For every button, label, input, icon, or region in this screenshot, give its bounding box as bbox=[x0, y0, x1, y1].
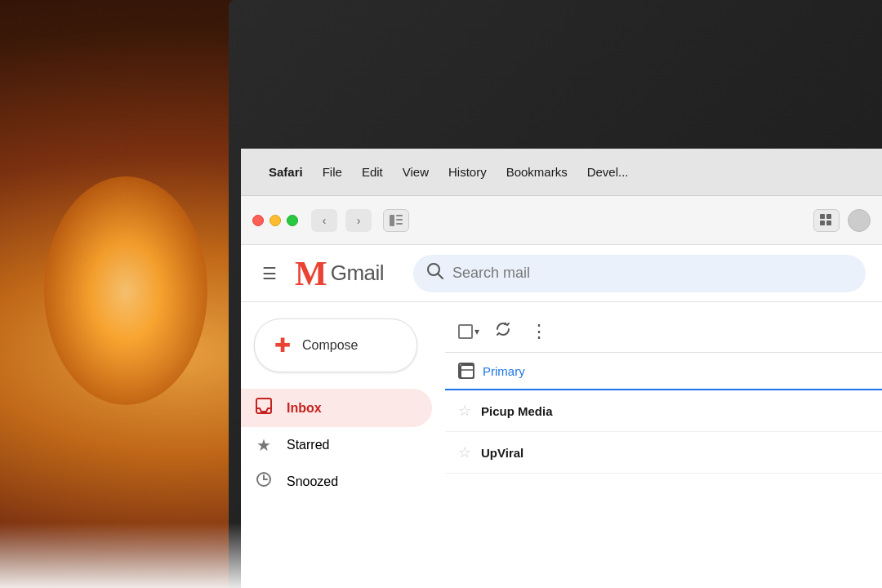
primary-tab-label: Primary bbox=[483, 364, 525, 378]
table-row[interactable]: ☆ UpViral bbox=[445, 432, 882, 474]
star-icon[interactable]: ☆ bbox=[458, 443, 471, 461]
menubar-file[interactable]: File bbox=[314, 162, 350, 182]
snoozed-icon bbox=[254, 471, 274, 492]
svg-rect-1 bbox=[396, 215, 403, 216]
close-button[interactable] bbox=[252, 215, 264, 226]
profile-avatar[interactable] bbox=[848, 209, 871, 232]
menubar-edit[interactable]: Edit bbox=[354, 162, 391, 182]
browser-actions bbox=[813, 209, 871, 232]
gmail-wordmark: Gmail bbox=[331, 261, 384, 286]
gmail-sidebar: ✚ Compose Inbox ★ Starred Snoozed bbox=[241, 302, 445, 588]
gmail-main: ▾ ⋮ Primary ☆ Picup Media ☆ UpViral bbox=[445, 302, 882, 588]
checkbox-icon[interactable] bbox=[458, 324, 473, 339]
email-sender: UpViral bbox=[481, 446, 579, 460]
svg-rect-5 bbox=[826, 214, 831, 219]
search-icon bbox=[426, 262, 444, 284]
forward-arrow-icon: › bbox=[357, 214, 361, 227]
svg-rect-2 bbox=[396, 219, 403, 220]
primary-tab[interactable]: Primary bbox=[445, 353, 882, 390]
starred-icon: ★ bbox=[254, 435, 274, 455]
primary-tab-icon bbox=[458, 363, 474, 379]
search-bar[interactable]: Search mail bbox=[413, 255, 866, 292]
svg-rect-12 bbox=[461, 365, 474, 378]
compose-button[interactable]: ✚ Compose bbox=[254, 318, 417, 372]
snoozed-label: Snoozed bbox=[287, 474, 338, 489]
hamburger-menu-button[interactable]: ☰ bbox=[257, 259, 282, 288]
menubar-develop[interactable]: Devel... bbox=[579, 162, 637, 182]
svg-rect-3 bbox=[396, 223, 403, 225]
back-button[interactable]: ‹ bbox=[311, 209, 337, 232]
minimize-button[interactable] bbox=[270, 215, 281, 226]
inbox-icon bbox=[254, 397, 274, 419]
menubar-bookmarks[interactable]: Bookmarks bbox=[498, 162, 576, 182]
svg-line-9 bbox=[438, 274, 443, 278]
email-toolbar: ▾ ⋮ bbox=[445, 310, 882, 353]
sidebar-item-snoozed[interactable]: Snoozed bbox=[241, 463, 432, 500]
sidebar-toggle-button[interactable] bbox=[383, 209, 409, 232]
menubar-view[interactable]: View bbox=[394, 162, 437, 182]
table-row[interactable]: ☆ Picup Media bbox=[445, 390, 882, 432]
fullscreen-button[interactable] bbox=[287, 215, 298, 226]
gmail-m-logo: M bbox=[295, 256, 326, 291]
menubar-history[interactable]: History bbox=[440, 162, 495, 182]
svg-rect-6 bbox=[820, 220, 825, 225]
sidebar-item-inbox[interactable]: Inbox bbox=[241, 389, 432, 427]
search-placeholder: Search mail bbox=[452, 265, 530, 282]
select-all-checkbox[interactable]: ▾ bbox=[458, 324, 479, 339]
email-sender: Picup Media bbox=[481, 404, 579, 418]
inbox-label: Inbox bbox=[287, 401, 322, 416]
compose-plus-icon: ✚ bbox=[274, 334, 291, 357]
back-arrow-icon: ‹ bbox=[323, 214, 327, 227]
gmail-header: ☰ M Gmail Search mail bbox=[241, 245, 882, 302]
select-dropdown-arrow[interactable]: ▾ bbox=[474, 326, 479, 337]
forward-button[interactable]: › bbox=[345, 209, 372, 232]
menubar-safari[interactable]: Safari bbox=[261, 162, 311, 182]
more-options-button[interactable]: ⋮ bbox=[527, 318, 551, 345]
sidebar-toggle-icon bbox=[390, 215, 403, 226]
gmail-logo: M Gmail bbox=[295, 256, 384, 291]
grid-button[interactable] bbox=[813, 209, 840, 232]
compose-label: Compose bbox=[302, 338, 358, 353]
star-icon[interactable]: ☆ bbox=[458, 402, 471, 420]
sidebar-item-starred[interactable]: ★ Starred bbox=[241, 427, 432, 463]
svg-rect-7 bbox=[826, 220, 831, 225]
grid-icon bbox=[820, 214, 833, 227]
browser-chrome: ‹ › bbox=[241, 196, 882, 245]
svg-rect-4 bbox=[820, 214, 825, 219]
menubar: Safari File Edit View History Bookmarks … bbox=[241, 149, 882, 196]
traffic-lights bbox=[252, 215, 298, 226]
refresh-button[interactable] bbox=[491, 317, 515, 345]
starred-label: Starred bbox=[287, 438, 329, 452]
svg-rect-0 bbox=[390, 215, 394, 226]
